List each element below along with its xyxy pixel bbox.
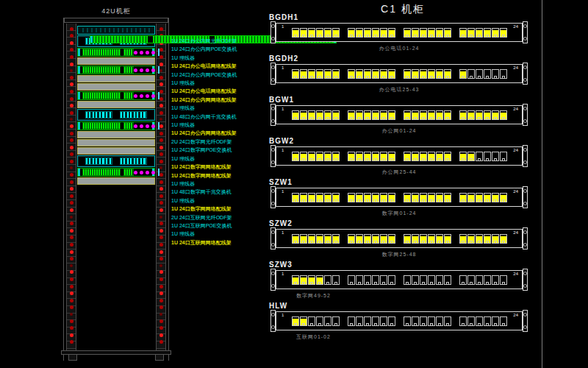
mount-hole [70, 277, 74, 281]
rack-annotation: 1U 理线器 [171, 155, 264, 163]
mount-hole [159, 152, 163, 156]
rj45-port [459, 28, 467, 38]
mount-hole [159, 264, 162, 267]
rj45-port [300, 193, 307, 202]
rj45-port [500, 193, 507, 202]
mount-hole [159, 236, 163, 239]
mount-hole [159, 194, 163, 198]
mount-ear [523, 186, 528, 208]
switch-ports [82, 92, 121, 99]
rack-top-frame [64, 18, 168, 23]
panel-caption: 数字网01-24 [276, 210, 523, 217]
mount-hole [159, 90, 163, 93]
port-number-last: 24 [513, 66, 518, 70]
rj45-port [459, 110, 467, 120]
panel-block-HLW: HLW124互联网01-02 [263, 302, 542, 342]
rack-row-manager [77, 83, 155, 91]
rj45-port [420, 234, 427, 244]
rj45-port [364, 152, 371, 161]
rj45-port [420, 69, 427, 79]
mount-hole [70, 152, 74, 156]
rj45-port [292, 69, 299, 79]
rj45-port [308, 193, 315, 202]
rj45-port [444, 316, 451, 326]
rj45-port [364, 110, 371, 120]
panel-block-SZW1: SZW1124数字网01-24 [263, 178, 542, 218]
rj45-port [404, 275, 411, 285]
mount-hole [70, 299, 74, 302]
rj45-port [372, 152, 379, 161]
patch-panel: 124 [276, 311, 523, 330]
rj45-port [348, 110, 355, 120]
rj45-port [459, 69, 467, 79]
switch-ports [123, 92, 134, 99]
mount-hole [159, 118, 162, 121]
panel-block-BGDH2: BGDH2124办公电话25-43 [263, 54, 542, 94]
mgmt-module [158, 169, 159, 176]
panel-label: BGDH2 [269, 54, 298, 63]
mount-hole [159, 257, 163, 261]
rj45-port [467, 275, 475, 285]
rj45-port [324, 152, 331, 161]
rack-rail-left [66, 24, 76, 350]
rj45-port [428, 152, 435, 161]
mount-hole [159, 55, 163, 59]
rj45-port [356, 316, 363, 326]
rack-row-odf [77, 109, 155, 121]
mount-hole [159, 291, 163, 295]
rj45-port [476, 316, 483, 326]
rack-equipment [77, 26, 155, 185]
rj45-port [476, 234, 483, 244]
mount-hole [159, 63, 163, 66]
mount-hole [70, 132, 74, 135]
mount-hole [70, 222, 74, 225]
rj45-port [484, 193, 491, 202]
port-group [348, 28, 395, 38]
panel-label: SZW3 [269, 261, 293, 269]
rack-annotation: 1U 24口数字网网络配线架 [171, 163, 264, 171]
fiber-ports [85, 111, 113, 118]
mount-hole [159, 340, 163, 344]
rj45-port [316, 316, 323, 326]
mount-hole [70, 243, 74, 247]
rj45-port [412, 152, 419, 161]
rack-annotation: 1U 24口数字网网络配线架 [171, 205, 264, 213]
mount-hole [70, 111, 74, 115]
rack-annotation: 1U 48口办公内网千兆交换机 [171, 113, 264, 121]
panel-block-BGDH1: BGDH1124办公电话01-24 [263, 13, 542, 53]
switch-ports [123, 122, 134, 130]
mount-hole [70, 69, 73, 72]
port-group [292, 28, 340, 38]
rack-row-manager [77, 57, 155, 65]
mount-hole [70, 333, 74, 337]
mount-ear [523, 145, 528, 167]
mount-hole [70, 319, 74, 323]
rj45-port [332, 152, 340, 161]
port-group [348, 152, 395, 161]
rack-foot [155, 354, 164, 361]
rack-row-manager [77, 75, 155, 82]
rj45-port [428, 275, 435, 285]
port-group [404, 275, 451, 285]
rj45-port [484, 28, 491, 38]
rj45-port [388, 69, 395, 79]
rj45-port [404, 110, 411, 120]
rj45-port [380, 69, 387, 79]
rj45-port [492, 110, 499, 120]
mount-hole [70, 41, 74, 45]
port-number-last: 24 [513, 148, 518, 152]
switch-ports [123, 66, 134, 74]
panel-label: SZW2 [269, 219, 293, 227]
mount-hole [159, 326, 163, 330]
uplink-ports [134, 171, 155, 174]
rj45-port [459, 234, 467, 244]
rj45-port [356, 275, 363, 285]
port-group [348, 69, 395, 79]
rack-row-switch [77, 66, 155, 74]
rj45-port [492, 275, 499, 285]
mount-ear [523, 310, 528, 332]
rj45-port [428, 234, 435, 244]
switch-ports [123, 49, 134, 56]
port-group [404, 28, 451, 38]
rack-row-manager [77, 101, 155, 108]
